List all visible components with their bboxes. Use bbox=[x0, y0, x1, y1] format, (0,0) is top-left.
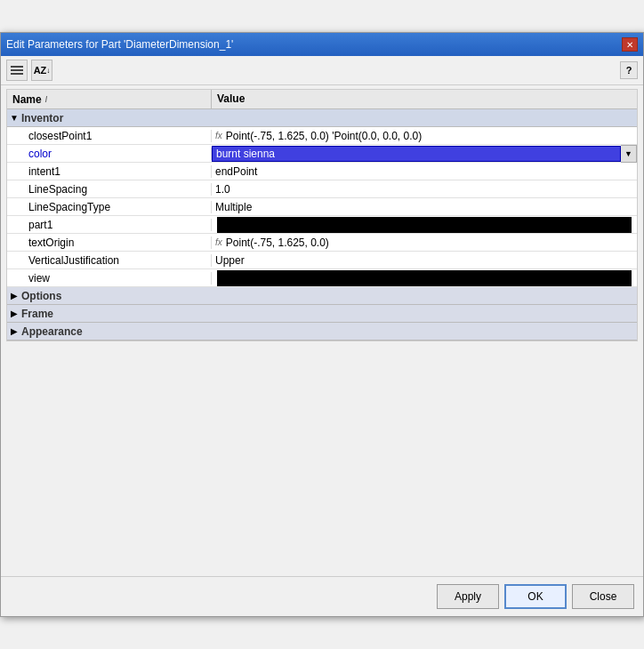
frame-toggle[interactable]: ▶ bbox=[7, 305, 21, 323]
param-name: view bbox=[25, 272, 212, 284]
value-column-header: Value bbox=[212, 90, 637, 108]
title-bar: Edit Parameters for Part 'DiameterDimens… bbox=[1, 33, 643, 56]
param-value: 1.0 bbox=[212, 183, 637, 196]
svg-rect-2 bbox=[11, 73, 23, 75]
inventor-label: Inventor bbox=[21, 112, 63, 124]
svg-rect-1 bbox=[11, 69, 23, 71]
empty-space bbox=[1, 345, 643, 576]
color-param-name: color bbox=[25, 148, 212, 160]
appearance-section: ▶ Appearance bbox=[7, 323, 637, 341]
fx-icon: fx bbox=[215, 237, 222, 247]
param-value bbox=[212, 217, 637, 233]
table-row: LineSpacingType Multiple bbox=[7, 198, 637, 216]
svg-rect-0 bbox=[11, 66, 23, 68]
toolbar: AZ ↓ ? bbox=[1, 56, 643, 85]
main-window: Edit Parameters for Part 'DiameterDimens… bbox=[0, 32, 644, 617]
ok-button[interactable]: OK bbox=[504, 584, 567, 609]
table-row: intent1 endPoint bbox=[7, 163, 637, 180]
param-value bbox=[212, 270, 637, 286]
table-row: closestPoint1 fx Point(-.75, 1.625, 0.0)… bbox=[7, 127, 637, 145]
inventor-toggle[interactable]: ▼ bbox=[7, 109, 21, 127]
close-button[interactable]: Close bbox=[572, 584, 634, 609]
black-bar-value bbox=[217, 217, 632, 233]
menu-button[interactable] bbox=[6, 60, 28, 81]
parameters-table: Name / Value ▼ Inventor closestPoint1 fx… bbox=[6, 89, 638, 341]
param-value: fx Point(-.75, 1.625, 0.0) 'Point(0.0, 0… bbox=[212, 130, 637, 142]
param-name: closestPoint1 bbox=[25, 130, 212, 142]
options-toggle[interactable]: ▶ bbox=[7, 287, 21, 305]
toolbar-left: AZ ↓ bbox=[6, 60, 52, 81]
param-value: Upper bbox=[212, 254, 637, 267]
table-row: LineSpacing 1.0 bbox=[7, 180, 637, 198]
black-bar-value bbox=[217, 270, 632, 286]
options-label: Options bbox=[21, 290, 61, 302]
table-row: part1 bbox=[7, 216, 637, 234]
table-row: view bbox=[7, 269, 637, 287]
sort-icon: AZ bbox=[34, 65, 47, 76]
param-name: VerticalJustification bbox=[25, 254, 212, 267]
help-button[interactable]: ? bbox=[620, 61, 638, 79]
param-name: LineSpacingType bbox=[25, 201, 212, 213]
appearance-toggle[interactable]: ▶ bbox=[7, 323, 21, 341]
sort-indicator: / bbox=[45, 95, 48, 104]
color-input[interactable] bbox=[212, 146, 621, 162]
frame-label: Frame bbox=[21, 308, 53, 320]
param-value: Multiple bbox=[212, 201, 637, 213]
table-row: color ▼ green blue green yellow grey gra… bbox=[7, 145, 637, 163]
param-name: part1 bbox=[25, 219, 212, 231]
param-value: endPoint bbox=[212, 165, 637, 178]
options-section: ▶ Options bbox=[7, 287, 637, 305]
window-title: Edit Parameters for Part 'DiameterDimens… bbox=[6, 38, 233, 51]
table-row: textOrigin fx Point(-.75, 1.625, 0.0) bbox=[7, 234, 637, 252]
list-icon bbox=[11, 65, 23, 76]
param-name: textOrigin bbox=[25, 236, 212, 249]
sort-arrow-icon: ↓ bbox=[46, 67, 50, 75]
appearance-label: Appearance bbox=[21, 325, 83, 338]
color-param-value: ▼ green blue green yellow grey gray indi… bbox=[212, 145, 637, 163]
sort-button[interactable]: AZ ↓ bbox=[31, 60, 52, 81]
close-window-button[interactable]: ✕ bbox=[622, 37, 638, 52]
param-name: intent1 bbox=[25, 165, 212, 178]
name-column-header: Name / bbox=[7, 90, 212, 108]
table-header: Name / Value bbox=[7, 90, 637, 109]
inventor-section: ▼ Inventor bbox=[7, 109, 637, 127]
color-dropdown-button[interactable]: ▼ bbox=[621, 145, 637, 163]
table-row: VerticalJustification Upper bbox=[7, 252, 637, 269]
title-bar-controls: ✕ bbox=[622, 37, 638, 52]
param-value: fx Point(-.75, 1.625, 0.0) bbox=[212, 236, 637, 249]
frame-section: ▶ Frame bbox=[7, 305, 637, 323]
fx-icon: fx bbox=[215, 131, 222, 140]
apply-button[interactable]: Apply bbox=[437, 584, 499, 609]
param-name: LineSpacing bbox=[25, 183, 212, 196]
bottom-buttons: Apply OK Close bbox=[1, 576, 643, 616]
color-input-container: ▼ bbox=[212, 145, 637, 163]
